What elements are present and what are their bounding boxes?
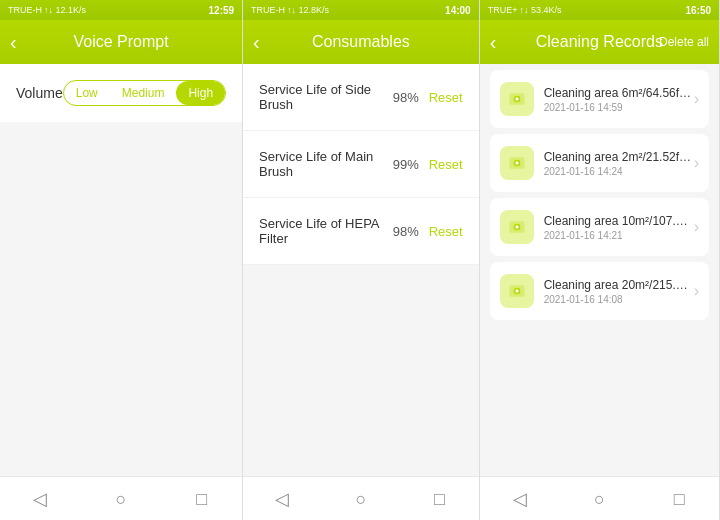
consumable-name-2: Service Life of HEPA Filter <box>259 216 393 246</box>
volume-row: Volume Low Medium High <box>0 64 242 122</box>
vol-medium[interactable]: Medium <box>110 81 177 105</box>
consumable-name-0: Service Life of Side Brush <box>259 82 393 112</box>
nav-back-2[interactable]: ◁ <box>243 477 321 521</box>
status-right-1: 12:59 <box>209 5 235 16</box>
content-2: Service Life of Side Brush 98% Reset Ser… <box>243 64 479 476</box>
record-title-1: Cleaning area 2m²/21.52ft²... Cl... <box>544 150 694 164</box>
nav-recent-3[interactable]: □ <box>640 477 719 521</box>
vol-high[interactable]: High <box>176 81 225 105</box>
bottom-nav-3: ◁ ○ □ <box>480 476 719 520</box>
status-left-1: TRUE-H ↑↓ 12.1K/s <box>8 5 86 15</box>
nav-recent-2[interactable]: □ <box>401 477 479 521</box>
vol-low[interactable]: Low <box>64 81 110 105</box>
chevron-icon-0: › <box>694 90 699 108</box>
content-3: Cleaning area 6m²/64.56ft²... Cl... 2021… <box>480 64 719 476</box>
title-1: Voice Prompt <box>73 33 168 51</box>
record-date-1: 2021-01-16 14:24 <box>544 166 694 177</box>
status-bar-2: TRUE-H ↑↓ 12.8K/s 14:00 <box>243 0 479 20</box>
nav-home-3[interactable]: ○ <box>560 477 639 521</box>
header-1: ‹ Voice Prompt <box>0 20 242 64</box>
back-button-2[interactable]: ‹ <box>253 32 260 52</box>
nav-back-3[interactable]: ◁ <box>480 477 559 521</box>
status-left-3: TRUE+ ↑↓ 53.4K/s <box>488 5 562 15</box>
record-info-3: Cleaning area 20m²/215.20ft²... ... 2021… <box>544 278 694 305</box>
record-title-3: Cleaning area 20m²/215.20ft²... ... <box>544 278 694 292</box>
reset-btn-2[interactable]: Reset <box>429 224 463 239</box>
consumable-name-1: Service Life of Main Brush <box>259 149 393 179</box>
header-3: ‹ Cleaning Records Delete all <box>480 20 719 64</box>
voice-prompt-panel: TRUE-H ↑↓ 12.1K/s 12:59 ‹ Voice Prompt V… <box>0 0 243 520</box>
record-card-1[interactable]: Cleaning area 2m²/21.52ft²... Cl... 2021… <box>490 134 709 192</box>
record-title-2: Cleaning area 10m²/107.60ft²... ... <box>544 214 694 228</box>
status-left-2: TRUE-H ↑↓ 12.8K/s <box>251 5 329 15</box>
record-title-0: Cleaning area 6m²/64.56ft²... Cl... <box>544 86 694 100</box>
svg-point-11 <box>515 289 518 292</box>
header-2: ‹ Consumables <box>243 20 479 64</box>
svg-point-8 <box>515 225 518 228</box>
nav-home-1[interactable]: ○ <box>81 477 161 521</box>
nav-home-2[interactable]: ○ <box>322 477 400 521</box>
status-right-2: 14:00 <box>445 5 471 16</box>
status-bar-1: TRUE-H ↑↓ 12.1K/s 12:59 <box>0 0 242 20</box>
time-3: 16:50 <box>685 5 711 16</box>
record-card-2[interactable]: Cleaning area 10m²/107.60ft²... ... 2021… <box>490 198 709 256</box>
reset-btn-0[interactable]: Reset <box>429 90 463 105</box>
record-icon-1 <box>500 146 534 180</box>
carrier-3: TRUE+ <box>488 5 518 15</box>
time-1: 12:59 <box>209 5 235 16</box>
consumable-pct-1: 99% <box>393 157 419 172</box>
delete-all-button[interactable]: Delete all <box>659 35 709 49</box>
status-right-3: 16:50 <box>685 5 711 16</box>
svg-point-5 <box>515 161 518 164</box>
back-button-1[interactable]: ‹ <box>10 32 17 52</box>
consumable-pct-2: 98% <box>393 224 419 239</box>
record-date-0: 2021-01-16 14:59 <box>544 102 694 113</box>
content-1: Volume Low Medium High <box>0 64 242 476</box>
record-info-0: Cleaning area 6m²/64.56ft²... Cl... 2021… <box>544 86 694 113</box>
record-date-2: 2021-01-16 14:21 <box>544 230 694 241</box>
signal-3: ↑↓ 53.4K/s <box>519 5 561 15</box>
record-date-3: 2021-01-16 14:08 <box>544 294 694 305</box>
chevron-icon-3: › <box>694 282 699 300</box>
bottom-nav-2: ◁ ○ □ <box>243 476 479 520</box>
volume-controls: Low Medium High <box>63 80 226 106</box>
signal-1: ↑↓ 12.1K/s <box>44 5 86 15</box>
record-card-3[interactable]: Cleaning area 20m²/215.20ft²... ... 2021… <box>490 262 709 320</box>
time-2: 14:00 <box>445 5 471 16</box>
carrier-1: TRUE-H <box>8 5 42 15</box>
title-3: Cleaning Records <box>536 33 663 51</box>
chevron-icon-1: › <box>694 154 699 172</box>
nav-recent-1[interactable]: □ <box>162 477 242 521</box>
record-icon-3 <box>500 274 534 308</box>
signal-2: ↑↓ 12.8K/s <box>287 5 329 15</box>
record-info-2: Cleaning area 10m²/107.60ft²... ... 2021… <box>544 214 694 241</box>
back-button-3[interactable]: ‹ <box>490 32 497 52</box>
status-bar-3: TRUE+ ↑↓ 53.4K/s 16:50 <box>480 0 719 20</box>
consumables-panel: TRUE-H ↑↓ 12.8K/s 14:00 ‹ Consumables Se… <box>243 0 480 520</box>
consumable-row-2: Service Life of HEPA Filter 98% Reset <box>243 198 479 265</box>
svg-point-2 <box>515 97 518 100</box>
record-icon-0 <box>500 82 534 116</box>
record-icon-2 <box>500 210 534 244</box>
chevron-icon-2: › <box>694 218 699 236</box>
consumable-pct-0: 98% <box>393 90 419 105</box>
consumable-row-1: Service Life of Main Brush 99% Reset <box>243 131 479 198</box>
reset-btn-1[interactable]: Reset <box>429 157 463 172</box>
consumable-row-0: Service Life of Side Brush 98% Reset <box>243 64 479 131</box>
nav-back-1[interactable]: ◁ <box>0 477 80 521</box>
record-card-0[interactable]: Cleaning area 6m²/64.56ft²... Cl... 2021… <box>490 70 709 128</box>
record-info-1: Cleaning area 2m²/21.52ft²... Cl... 2021… <box>544 150 694 177</box>
bottom-nav-1: ◁ ○ □ <box>0 476 242 520</box>
volume-label: Volume <box>16 85 63 101</box>
title-2: Consumables <box>312 33 410 51</box>
cleaning-records-panel: TRUE+ ↑↓ 53.4K/s 16:50 ‹ Cleaning Record… <box>480 0 720 520</box>
carrier-2: TRUE-H <box>251 5 285 15</box>
